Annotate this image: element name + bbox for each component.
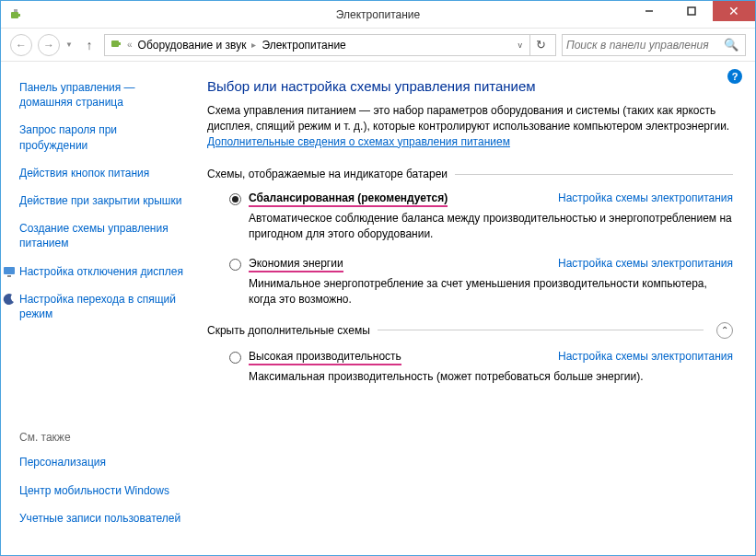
- plan-name-balanced[interactable]: Сбалансированная (рекомендуется): [249, 191, 448, 207]
- chevron-up-icon: ⌃: [721, 325, 728, 335]
- power-app-icon: [8, 7, 23, 22]
- group-label-battery: Схемы, отображаемые на индикаторе батаре…: [207, 168, 448, 180]
- additional-plans-group: Скрыть дополнительные схемы ⌃ Высокая пр…: [207, 322, 733, 385]
- sidebar-lid-action[interactable]: Действие при закрытии крышки: [19, 193, 185, 208]
- sidebar-button-actions[interactable]: Действия кнопок питания: [19, 166, 185, 180]
- refresh-button[interactable]: ↻: [529, 35, 552, 55]
- svg-rect-6: [4, 267, 15, 274]
- sidebar-user-accounts[interactable]: Учетные записи пользователей: [19, 511, 185, 526]
- back-chevron-icon[interactable]: «: [127, 40, 133, 50]
- sidebar-item-label: Настройка перехода в спящий режим: [19, 293, 176, 320]
- plan-balanced: Сбалансированная (рекомендуется) Настрой…: [229, 191, 733, 242]
- address-dropdown-icon[interactable]: v: [515, 41, 527, 50]
- divider: [455, 174, 733, 175]
- sidebar-item-label: Настройка отключения дисплея: [19, 265, 183, 278]
- radio-balanced[interactable]: [229, 193, 241, 205]
- svg-rect-1: [18, 14, 20, 17]
- monitor-icon: [3, 265, 16, 278]
- sidebar-create-plan[interactable]: Создание схемы управления питанием: [19, 221, 185, 250]
- back-button[interactable]: ←: [10, 34, 32, 56]
- power-path-icon: [109, 36, 123, 53]
- page-title: Выбор или настройка схемы управления пит…: [207, 78, 733, 94]
- sidebar-mobility[interactable]: Центр мобильности Windows: [19, 483, 185, 498]
- svg-rect-7: [7, 275, 11, 277]
- radio-high[interactable]: [229, 352, 241, 364]
- sidebar-display-off[interactable]: Настройка отключения дисплея: [3, 264, 185, 279]
- svg-rect-5: [119, 42, 121, 45]
- search-box[interactable]: 🔍: [562, 34, 746, 56]
- minimize-button[interactable]: [628, 1, 670, 21]
- svg-rect-4: [111, 41, 119, 47]
- see-also-heading: См. также: [19, 431, 185, 444]
- plan-settings-link[interactable]: Настройка схемы электропитания: [558, 350, 733, 363]
- titlebar: Электропитание ✕: [1, 1, 755, 29]
- svg-rect-0: [11, 12, 18, 18]
- page-description: Схема управления питанием — это набор па…: [207, 103, 733, 149]
- main-panel: Выбор или настройка схемы управления пит…: [194, 62, 755, 555]
- sidebar-wake-password[interactable]: Запрос пароля при пробуждении: [19, 122, 185, 152]
- sidebar-personalization[interactable]: Персонализация: [19, 455, 185, 469]
- window-controls: ✕: [628, 1, 755, 21]
- plan-desc-saver: Минимальное энергопотребление за счет ум…: [249, 276, 733, 307]
- radio-saver[interactable]: [229, 259, 241, 271]
- sidebar: Панель управления — домашняя страница За…: [1, 62, 194, 555]
- window-title: Электропитание: [336, 8, 420, 21]
- divider: [378, 330, 704, 330]
- chevron-right-icon: ▸: [251, 40, 256, 50]
- battery-plans-group: Схемы, отображаемые на индикаторе батаре…: [207, 168, 733, 307]
- group-label-hide: Скрыть дополнительные схемы: [207, 324, 370, 337]
- collapse-button[interactable]: ⌃: [716, 322, 733, 339]
- help-icon[interactable]: ?: [727, 69, 742, 84]
- sidebar-sleep[interactable]: Настройка перехода в спящий режим: [3, 292, 185, 321]
- plan-settings-link[interactable]: Настройка схемы электропитания: [558, 191, 733, 204]
- plan-name-high[interactable]: Высокая производительность: [249, 350, 401, 365]
- learn-more-link[interactable]: Дополнительные сведения о схемах управле…: [207, 135, 510, 148]
- plan-desc-balanced: Автоматическое соблюдение баланса между …: [249, 211, 733, 242]
- plan-settings-link[interactable]: Настройка схемы электропитания: [558, 257, 733, 270]
- forward-button[interactable]: →: [38, 34, 60, 56]
- plan-name-saver[interactable]: Экономия энергии: [249, 257, 343, 272]
- sidebar-home[interactable]: Панель управления — домашняя страница: [19, 80, 185, 110]
- crumb-power[interactable]: Электропитание: [260, 39, 347, 52]
- address-bar[interactable]: « Оборудование и звук ▸ Электропитание v…: [104, 34, 556, 56]
- content-area: ? Панель управления — домашняя страница …: [1, 62, 755, 555]
- plan-desc-high: Максимальная производительность (может п…: [249, 369, 733, 385]
- history-dropdown-icon[interactable]: ▼: [65, 41, 75, 49]
- close-button[interactable]: ✕: [713, 1, 755, 21]
- plan-saver: Экономия энергии Настройка схемы электро…: [229, 257, 733, 307]
- moon-icon: [3, 293, 16, 306]
- crumb-hardware-sound[interactable]: Оборудование и звук: [136, 39, 249, 52]
- search-icon[interactable]: 🔍: [721, 38, 741, 52]
- sidebar-see-also: См. также Персонализация Центр мобильнос…: [19, 431, 185, 539]
- up-button[interactable]: ↑: [80, 36, 99, 54]
- maximize-button[interactable]: [670, 1, 713, 21]
- search-input[interactable]: [566, 39, 721, 52]
- nav-toolbar: ← → ▼ ↑ « Оборудование и звук ▸ Электроп…: [1, 29, 755, 62]
- plan-high-performance: Высокая производительность Настройка схе…: [229, 350, 733, 385]
- svg-rect-3: [688, 7, 695, 15]
